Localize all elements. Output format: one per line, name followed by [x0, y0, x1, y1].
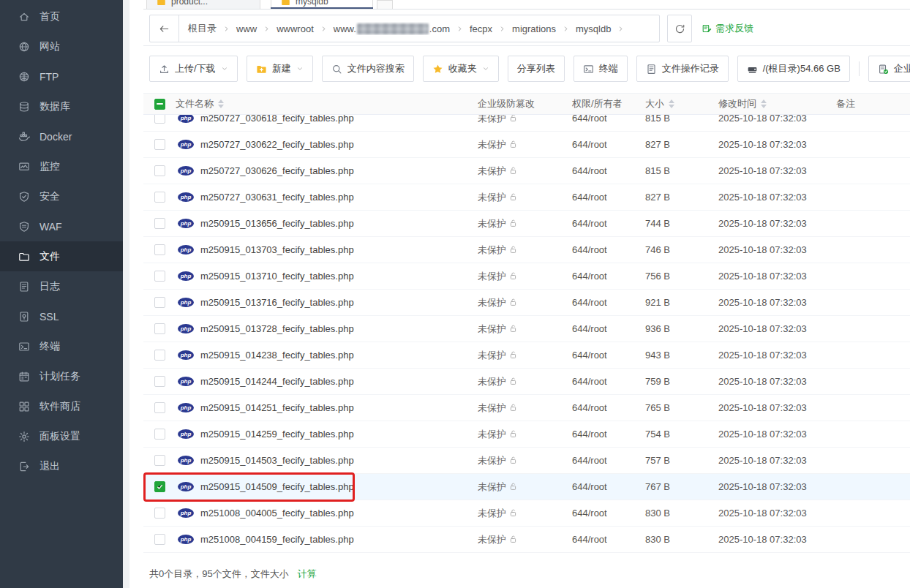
back-button[interactable] — [150, 15, 179, 42]
sidebar-item-label: 监控 — [40, 160, 60, 173]
feedback-link[interactable]: 需求反馈 — [702, 15, 753, 42]
row-checkbox[interactable] — [154, 481, 165, 492]
sidebar-item-terminal[interactable]: 终端 — [0, 331, 123, 361]
row-checkbox[interactable] — [154, 165, 165, 176]
row-checkbox[interactable] — [154, 534, 165, 545]
chevron-right-icon — [617, 26, 624, 32]
sidebar-item-files[interactable]: 文件 — [0, 241, 123, 271]
sidebar-item-cron[interactable]: 计划任务 — [0, 361, 123, 391]
breadcrumb-item-root[interactable]: 根目录 — [188, 22, 217, 35]
file-name-cell[interactable]: phpm250915_014238_fecify_tables.php — [176, 350, 478, 361]
upload-download-button[interactable]: 上传/下载 — [149, 56, 238, 82]
file-row[interactable]: phpm251008_004159_fecify_tables.php未保护64… — [143, 527, 910, 553]
file-name-cell[interactable]: phpm251008_004159_fecify_tables.php — [176, 534, 478, 545]
sidebar-item-ftp[interactable]: FTP — [0, 61, 123, 91]
file-list-viewport[interactable]: phpm250727_030618_fecify_tables.php未保护64… — [143, 115, 910, 553]
sidebar-item-monitor[interactable]: 监控 — [0, 151, 123, 181]
sidebar-item-logs[interactable]: 日志 — [0, 271, 123, 301]
sidebar-item-docker[interactable]: Docker — [0, 121, 123, 151]
content-search-button[interactable]: 文件内容搜索 — [322, 56, 414, 82]
file-op-log-button[interactable]: 文件操作记录 — [636, 56, 729, 82]
sidebar-item-site[interactable]: 网站 — [0, 31, 123, 61]
file-name-cell[interactable]: phpm250915_013710_fecify_tables.php — [176, 271, 478, 282]
breadcrumb-item-domain[interactable]: www..com — [334, 23, 450, 34]
row-checkbox[interactable] — [154, 376, 165, 387]
row-checkbox[interactable] — [154, 115, 165, 124]
sidebar-item-security[interactable]: 安全 — [0, 181, 123, 211]
calc-size-link[interactable]: 计算 — [298, 568, 317, 581]
file-name-cell[interactable]: phpm250915_014259_fecify_tables.php — [176, 429, 478, 440]
favorites-button[interactable]: 收藏夹 — [423, 56, 499, 82]
footer-status: 共0个目录，95个文件，文件大小 计算 — [149, 563, 317, 585]
sidebar-item-panel-settings[interactable]: 面板设置 — [0, 421, 123, 451]
file-name-cell[interactable]: phpm251008_004005_fecify_tables.php — [176, 508, 478, 519]
row-checkbox[interactable] — [154, 218, 165, 229]
file-row[interactable]: phpm250915_014503_fecify_tables.php未保护64… — [143, 448, 910, 474]
file-row[interactable]: phpm250915_013703_fecify_tables.php未保护64… — [143, 237, 910, 263]
refresh-button[interactable] — [667, 15, 692, 42]
file-name-cell[interactable]: phpm250727_030631_fecify_tables.php — [176, 192, 478, 203]
file-row[interactable]: phpm250915_014244_fecify_tables.php未保护64… — [143, 369, 910, 395]
file-tab-mysqldb[interactable]: mysqldb — [271, 0, 373, 9]
row-checkbox[interactable] — [154, 402, 165, 413]
file-row[interactable]: phpm250915_014251_fecify_tables.php未保护64… — [143, 395, 910, 421]
row-checkbox[interactable] — [154, 323, 165, 334]
file-name-cell[interactable]: phpm250915_014244_fecify_tables.php — [176, 376, 478, 387]
breadcrumb-item-mysqldb[interactable]: mysqldb — [576, 23, 611, 34]
row-checkbox[interactable] — [154, 271, 165, 282]
disk-root-button[interactable]: /(根目录)54.66 GB — [737, 56, 850, 82]
sidebar-item-ssl[interactable]: SSL — [0, 301, 123, 331]
share-list-button[interactable]: 分享列表 — [508, 56, 565, 82]
breadcrumb-item-fecpx[interactable]: fecpx — [470, 23, 492, 34]
row-checkbox[interactable] — [154, 139, 165, 150]
file-row[interactable]: phpm250915_013716_fecify_tables.php未保护64… — [143, 290, 910, 316]
file-row[interactable]: phpm251008_004005_fecify_tables.php未保护64… — [143, 500, 910, 527]
sidebar-item-appstore[interactable]: 软件商店 — [0, 391, 123, 421]
select-all-checkbox[interactable] — [154, 99, 165, 110]
file-row[interactable]: phpm250915_013656_fecify_tables.php未保护64… — [143, 211, 910, 237]
tamper-proof-button[interactable]: 企业级防篡改 — [868, 56, 910, 82]
file-name-cell[interactable]: phpm250727_030626_fecify_tables.php — [176, 165, 478, 176]
sidebar-item-database[interactable]: 数据库 — [0, 91, 123, 121]
column-header-3[interactable]: 大小 — [645, 97, 718, 110]
file-name-cell[interactable]: phpm250915_014509_fecify_tables.php — [176, 481, 478, 492]
file-tab-product[interactable]: product... — [146, 0, 260, 9]
row-checkbox[interactable] — [154, 192, 165, 203]
terminal-button[interactable]: 终端 — [574, 56, 628, 82]
file-row[interactable]: phpm250727_030622_fecify_tables.php未保护64… — [143, 132, 910, 158]
file-row[interactable]: phpm250727_030631_fecify_tables.php未保护64… — [143, 184, 910, 211]
file-row[interactable]: phpm250915_014259_fecify_tables.php未保护64… — [143, 421, 910, 448]
sidebar-item-home[interactable]: 首页 — [0, 1, 123, 31]
file-name-cell[interactable]: phpm250727_030622_fecify_tables.php — [176, 139, 478, 150]
file-name: m250915_013728_fecify_tables.php — [200, 323, 354, 334]
file-name-cell[interactable]: phpm250727_030618_fecify_tables.php — [176, 115, 478, 124]
row-checkbox[interactable] — [154, 244, 165, 255]
file-row[interactable]: phpm250727_030618_fecify_tables.php未保护64… — [143, 115, 910, 132]
file-row[interactable]: phpm250915_013710_fecify_tables.php未保护64… — [143, 263, 910, 290]
breadcrumb-item-migrations[interactable]: migrations — [512, 23, 556, 34]
file-row[interactable]: phpm250727_030626_fecify_tables.php未保护64… — [143, 158, 910, 184]
file-name-cell[interactable]: phpm250915_013703_fecify_tables.php — [176, 244, 478, 255]
column-header-4[interactable]: 修改时间 — [718, 97, 836, 110]
sidebar-item-waf[interactable]: WAF — [0, 211, 123, 241]
row-checkbox[interactable] — [154, 297, 165, 308]
sidebar-item-logout[interactable]: 退出 — [0, 451, 123, 481]
new-button[interactable]: 新建 — [247, 56, 313, 82]
file-name-cell[interactable]: phpm250915_014251_fecify_tables.php — [176, 402, 478, 413]
breadcrumb-item-www[interactable]: www — [236, 23, 257, 34]
file-row[interactable]: phpm250915_013728_fecify_tables.php未保护64… — [143, 316, 910, 342]
file-row[interactable]: phpm250915_014238_fecify_tables.php未保护64… — [143, 342, 910, 369]
file-name-cell[interactable]: phpm250915_014503_fecify_tables.php — [176, 455, 478, 466]
file-name-cell[interactable]: phpm250915_013656_fecify_tables.php — [176, 218, 478, 229]
breadcrumb-item-wwwroot[interactable]: wwwroot — [277, 23, 314, 34]
row-checkbox[interactable] — [154, 508, 165, 519]
column-header-0[interactable]: 文件名称 — [176, 97, 478, 110]
new-tab-button[interactable] — [377, 0, 393, 9]
file-size: 744 B — [645, 218, 718, 229]
file-name-cell[interactable]: phpm250915_013728_fecify_tables.php — [176, 323, 478, 334]
row-checkbox[interactable] — [154, 429, 165, 440]
file-row[interactable]: phpm250915_014509_fecify_tables.php未保护64… — [143, 474, 910, 500]
file-name-cell[interactable]: phpm250915_013716_fecify_tables.php — [176, 297, 478, 308]
row-checkbox[interactable] — [154, 455, 165, 466]
row-checkbox[interactable] — [154, 350, 165, 361]
